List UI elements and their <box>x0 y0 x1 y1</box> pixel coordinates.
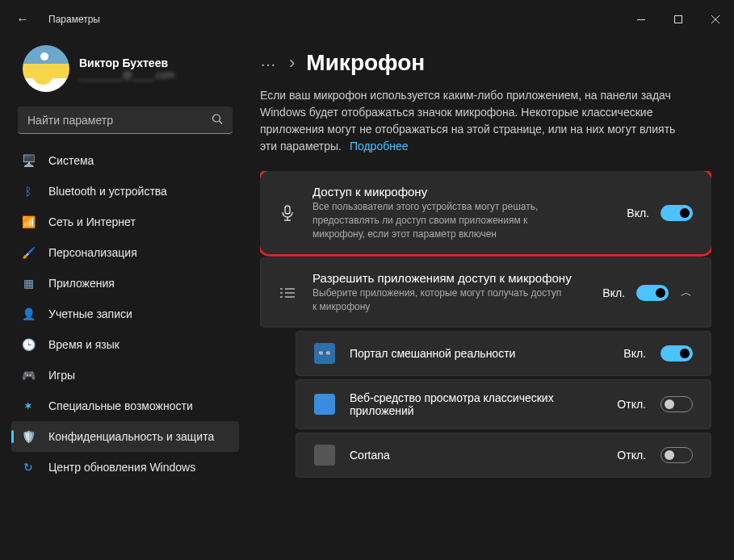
nav-list: 🖥️ Системаᛒ Bluetooth и устройства📶 Сеть… <box>6 145 244 491</box>
sidebar-item-label: Приложения <box>48 277 115 290</box>
app-icon <box>314 394 335 415</box>
bluetooth-icon: ᛒ <box>21 184 36 199</box>
apps-access-title: Разрешить приложениям доступ к микрофону <box>312 271 586 285</box>
privacy-icon: 🛡️ <box>21 429 36 444</box>
breadcrumb-more-icon[interactable]: … <box>260 52 278 75</box>
mic-access-toggle[interactable] <box>661 205 693 221</box>
app-row[interactable]: Веб-средство просмотра классических прил… <box>296 379 711 429</box>
close-button[interactable] <box>697 6 734 32</box>
setting-apps-access[interactable]: Разрешить приложениям доступ к микрофону… <box>260 257 711 328</box>
sidebar-item-timelang[interactable]: 🕒 Время и язык <box>11 329 239 360</box>
sidebar-item-accounts[interactable]: 👤 Учетные записи <box>11 299 239 329</box>
search-input[interactable] <box>18 107 233 134</box>
profile-email: ________@____.com <box>79 69 174 81</box>
sidebar-item-system[interactable]: 🖥️ Система <box>11 145 239 176</box>
page-description: Если ваш микрофон используется каким-либ… <box>260 87 692 155</box>
sidebar-item-label: Специальные возможности <box>48 399 193 412</box>
setting-mic-access[interactable]: Доступ к микрофону Все пользователи этог… <box>260 171 711 254</box>
main-content: … › Микрофон Если ваш микрофон используе… <box>250 39 734 560</box>
apps-list-icon <box>279 287 296 299</box>
network-icon: 📶 <box>21 215 36 229</box>
sidebar-item-label: Bluetooth и устройства <box>48 185 167 198</box>
sidebar-item-personalization[interactable]: 🖌️ Персонализация <box>11 237 239 268</box>
svg-line-5 <box>220 121 223 124</box>
sidebar-item-label: Центр обновления Windows <box>48 461 195 474</box>
sidebar-item-label: Время и язык <box>48 338 120 351</box>
sidebar-item-label: Конфиденциальность и защита <box>48 430 214 443</box>
page-title: Микрофон <box>306 50 425 76</box>
sidebar: Виктор Бухтеев ________@____.com 🖥️ Сист… <box>0 39 250 560</box>
sidebar-item-privacy[interactable]: 🛡️ Конфиденциальность и защита <box>11 421 239 452</box>
timelang-icon: 🕒 <box>21 337 36 352</box>
svg-rect-1 <box>675 16 682 23</box>
learn-more-link[interactable]: Подробнее <box>350 140 409 153</box>
sidebar-item-bluetooth[interactable]: ᛒ Bluetooth и устройства <box>11 176 239 207</box>
maximize-button[interactable] <box>660 6 697 32</box>
app-icon: 👓 <box>314 343 335 364</box>
sidebar-item-label: Игры <box>48 369 75 382</box>
app-state-label: Вкл. <box>623 347 646 360</box>
sidebar-item-label: Сеть и Интернет <box>48 215 136 228</box>
apps-access-toggle[interactable] <box>636 285 669 301</box>
sidebar-item-accessibility[interactable]: ✶ Специальные возможности <box>11 391 239 421</box>
app-toggle[interactable] <box>661 345 693 361</box>
breadcrumb-separator: › <box>289 52 295 73</box>
accessibility-icon: ✶ <box>21 399 36 413</box>
avatar <box>23 45 69 92</box>
sidebar-item-label: Персонализация <box>48 246 137 259</box>
chevron-up-icon[interactable]: ︿ <box>680 286 693 300</box>
mic-access-sub: Все пользователи этого устройства могут … <box>312 200 563 240</box>
mic-access-state: Вкл. <box>627 207 649 219</box>
update-icon: ↻ <box>21 460 36 474</box>
apps-icon: ▦ <box>21 276 36 290</box>
accounts-icon: 👤 <box>21 307 36 321</box>
back-button[interactable]: ← <box>16 12 29 27</box>
svg-rect-6 <box>285 206 290 214</box>
microphone-icon <box>279 205 296 221</box>
personalization-icon: 🖌️ <box>21 245 36 260</box>
sidebar-item-games[interactable]: 🎮 Игры <box>11 360 239 391</box>
app-state-label: Откл. <box>617 449 646 462</box>
games-icon: 🎮 <box>21 368 36 382</box>
app-row[interactable]: 👓 Портал смешанной реальности Вкл. <box>296 331 711 376</box>
app-row[interactable]: Cortana Откл. <box>296 433 711 478</box>
search-icon <box>212 114 223 127</box>
app-title: Параметры <box>48 14 100 25</box>
svg-point-4 <box>213 115 220 122</box>
app-state-label: Откл. <box>617 398 646 411</box>
app-toggle[interactable] <box>661 447 693 463</box>
sidebar-item-update[interactable]: ↻ Центр обновления Windows <box>11 452 239 483</box>
apps-access-sub: Выберите приложения, которые могут получ… <box>312 286 563 314</box>
system-icon: 🖥️ <box>21 153 36 168</box>
profile-name: Виктор Бухтеев <box>79 56 174 69</box>
profile-block[interactable]: Виктор Бухтеев ________@____.com <box>6 39 244 107</box>
minimize-button[interactable] <box>623 6 660 32</box>
app-icon <box>314 445 335 466</box>
sidebar-item-apps[interactable]: ▦ Приложения <box>11 268 239 299</box>
sidebar-item-network[interactable]: 📶 Сеть и Интернет <box>11 207 239 237</box>
sidebar-item-label: Система <box>48 154 94 167</box>
apps-access-state: Вкл. <box>602 286 625 299</box>
sidebar-item-label: Учетные записи <box>48 307 132 320</box>
app-toggle[interactable] <box>661 396 693 412</box>
mic-access-title: Доступ к микрофону <box>312 185 610 199</box>
svg-rect-0 <box>637 19 645 20</box>
